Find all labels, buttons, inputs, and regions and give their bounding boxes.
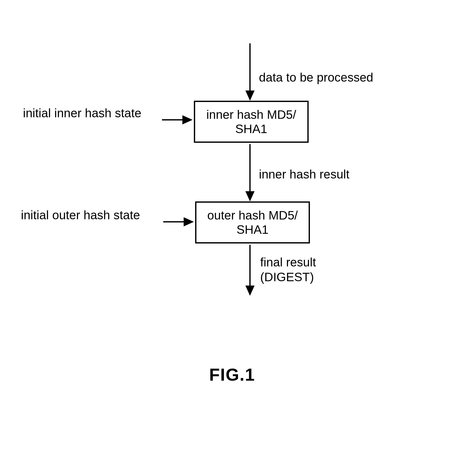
label-inner-hash-result: inner hash result	[259, 167, 349, 182]
label-initial-outer-hash-state: initial outer hash state	[21, 208, 140, 223]
svg-marker-9	[245, 286, 255, 296]
label-data-to-be-processed: data to be processed	[259, 70, 373, 85]
diagram-canvas: data to be processed initial inner hash …	[0, 0, 452, 476]
figure-label: FIG.1	[209, 365, 255, 384]
box-inner-hash: inner hash MD5/ SHA1	[194, 101, 309, 143]
svg-marker-5	[245, 191, 255, 201]
svg-marker-1	[245, 91, 255, 101]
label-final-result: final result (DIGEST)	[260, 255, 316, 284]
box-outer-hash-text: outer hash MD5/ SHA1	[207, 208, 298, 236]
label-initial-inner-hash-state: initial inner hash state	[23, 106, 141, 121]
svg-marker-7	[184, 217, 194, 226]
svg-marker-3	[182, 115, 193, 124]
box-inner-hash-text: inner hash MD5/ SHA1	[206, 108, 296, 136]
box-outer-hash: outer hash MD5/ SHA1	[195, 201, 310, 243]
